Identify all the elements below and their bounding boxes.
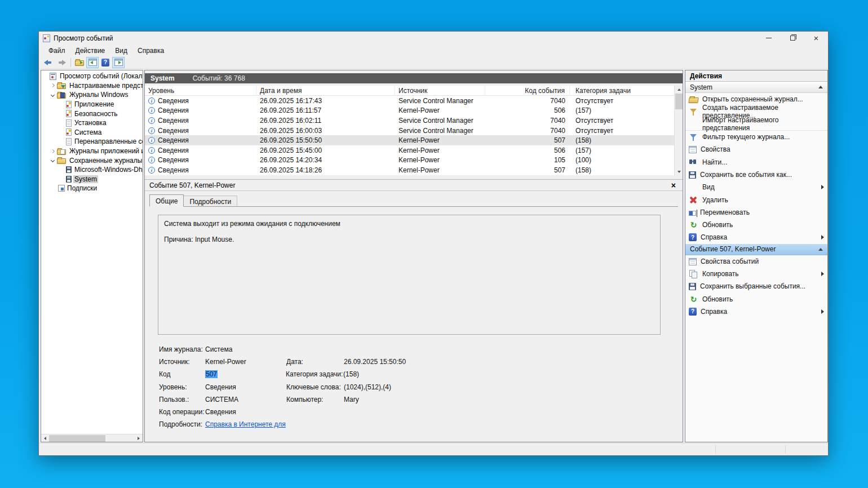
event-fields: Имя журнала: Система Источник: Kernel-Po… bbox=[149, 343, 672, 431]
scroll-right-icon[interactable] bbox=[135, 434, 143, 442]
tree-item[interactable]: Просмотр событий (Локальный) bbox=[41, 72, 143, 81]
event-source: Kernel-Power bbox=[395, 107, 485, 114]
toolbar-button[interactable] bbox=[86, 57, 99, 68]
expander-chevron-icon[interactable] bbox=[51, 83, 55, 87]
menu-item[interactable]: Вид bbox=[110, 46, 132, 56]
action-item-label: Фильтр текущего журнала... bbox=[702, 133, 790, 141]
tree-item[interactable]: Безопасность bbox=[41, 109, 143, 118]
toolbar-button[interactable] bbox=[42, 57, 55, 68]
close-button[interactable]: × bbox=[804, 32, 828, 45]
information-level-icon bbox=[148, 147, 155, 154]
minimize-button[interactable] bbox=[757, 32, 781, 45]
statusbar bbox=[39, 443, 828, 455]
toolbar-button[interactable] bbox=[99, 57, 112, 68]
event-row[interactable]: Сведения 26.09.2025 15:50:50 Kernel-Powe… bbox=[145, 135, 674, 145]
tree-item[interactable]: System bbox=[41, 175, 143, 184]
toolbar-button[interactable] bbox=[55, 57, 68, 68]
toolbar-button[interactable] bbox=[70, 58, 71, 67]
console-tree: Просмотр событий (Локальный) Настраиваем… bbox=[41, 72, 143, 433]
event-row[interactable]: Сведения 26.09.2025 15:45:00 Kernel-Powe… bbox=[145, 145, 674, 156]
tree-item-label: System bbox=[73, 175, 98, 183]
event-message-box[interactable]: Система выходит из режима ожидания с под… bbox=[158, 215, 661, 335]
action-item[interactable]: Вид bbox=[685, 181, 827, 193]
detail-close-icon[interactable]: × bbox=[669, 181, 678, 189]
action-item[interactable]: Фильтр текущего журнала... bbox=[685, 131, 827, 143]
event-row[interactable]: Сведения 26.09.2025 16:11:57 Kernel-Powe… bbox=[145, 106, 674, 116]
actions-section-header[interactable]: Событие 507, Kernel-Power bbox=[685, 244, 827, 255]
tree-item[interactable]: Система bbox=[41, 128, 143, 137]
action-item[interactable]: Сохранить все события как... bbox=[685, 168, 827, 181]
console-tree-panel: Просмотр событий (Локальный) Настраиваем… bbox=[41, 70, 143, 442]
tree-item[interactable]: Установка bbox=[41, 118, 143, 128]
column-header-source[interactable]: Источник bbox=[395, 86, 485, 95]
event-field-row: Код 507 Категория задачи: (158) bbox=[149, 368, 672, 380]
expander-chevron-icon[interactable] bbox=[51, 158, 55, 162]
event-row[interactable]: Сведения 26.09.2025 16:00:03 Service Con… bbox=[145, 126, 674, 136]
actions-section-header[interactable]: System bbox=[685, 82, 827, 93]
menu-item[interactable]: Файл bbox=[43, 46, 70, 56]
expander-chevron-icon[interactable] bbox=[51, 149, 55, 153]
scrollbar-thumb[interactable] bbox=[49, 435, 105, 442]
action-item[interactable]: Обновить bbox=[685, 292, 827, 305]
tree-item[interactable]: Подписки bbox=[41, 184, 143, 193]
event-level: Сведения bbox=[158, 147, 189, 154]
column-header-category[interactable]: Категория задачи bbox=[570, 86, 674, 95]
events-vertical-scrollbar[interactable] bbox=[674, 86, 683, 175]
field-value: СИСТЕМА bbox=[205, 396, 286, 403]
event-row[interactable]: Сведения 26.09.2025 16:02:11 Service Con… bbox=[145, 116, 674, 126]
column-header-datetime[interactable]: Дата и время bbox=[256, 86, 395, 95]
tree-item[interactable]: Журналы Windows bbox=[41, 90, 143, 100]
collapse-arrow-icon[interactable] bbox=[818, 248, 823, 251]
tree-item[interactable]: Журналы приложений и служб bbox=[41, 147, 143, 156]
event-category: (157) bbox=[570, 107, 674, 114]
tree-item[interactable]: Перенаправленные события bbox=[41, 137, 143, 147]
event-row[interactable]: Сведения 26.09.2025 14:20:34 Kernel-Powe… bbox=[145, 156, 674, 166]
action-item[interactable]: Копировать bbox=[685, 268, 827, 280]
action-item-icon bbox=[689, 146, 697, 153]
menu-item[interactable]: Действие bbox=[70, 46, 110, 56]
event-row[interactable]: Сведения 26.09.2025 16:17:43 Service Con… bbox=[145, 96, 674, 106]
action-item[interactable]: Справка bbox=[685, 305, 827, 318]
tree-item[interactable]: Приложение bbox=[41, 100, 143, 109]
scrollbar-thumb[interactable] bbox=[675, 94, 683, 109]
event-code: 506 bbox=[485, 147, 570, 154]
action-item[interactable]: Обновить bbox=[685, 219, 827, 231]
action-item[interactable]: Удалить bbox=[685, 193, 827, 206]
tree-item[interactable]: Сохраненные журналы bbox=[41, 156, 143, 165]
tree-item[interactable]: Microsoft-Windows-Dhcp bbox=[41, 165, 143, 175]
toolbar-button[interactable] bbox=[112, 57, 125, 68]
action-item[interactable]: Сохранить выбранные события... bbox=[685, 280, 827, 292]
event-field-row: Код операции: Сведения bbox=[149, 406, 672, 418]
tree-horizontal-scrollbar[interactable] bbox=[41, 434, 143, 442]
event-category: (158) bbox=[570, 136, 674, 144]
event-code: 507 bbox=[485, 136, 570, 144]
column-header-eventid[interactable]: Код события bbox=[485, 86, 570, 95]
tree-item[interactable]: Настраиваемые представления bbox=[41, 81, 143, 91]
action-item[interactable]: Свойства событий bbox=[685, 255, 827, 268]
collapse-arrow-icon[interactable] bbox=[818, 86, 823, 88]
action-item[interactable]: Импорт настраиваемого представления bbox=[685, 118, 827, 131]
action-item[interactable]: Переименовать bbox=[685, 206, 827, 219]
events-panel: System Событий: 36 768 Уровень Дата и вр… bbox=[144, 70, 683, 442]
field-label: Дата: bbox=[286, 358, 344, 366]
toolbar-icon bbox=[57, 59, 66, 66]
tab-details[interactable]: Подробности bbox=[184, 196, 237, 207]
scroll-up-icon[interactable] bbox=[675, 86, 683, 93]
event-detail-title: Событие 507, Kernel-Power bbox=[149, 181, 235, 189]
expander-chevron-icon[interactable] bbox=[51, 93, 55, 97]
column-header-level[interactable]: Уровень bbox=[145, 86, 256, 95]
action-item[interactable]: Справка bbox=[685, 231, 827, 243]
action-item[interactable]: Свойства bbox=[685, 143, 827, 156]
tab-general[interactable]: Общие bbox=[149, 194, 184, 207]
scroll-down-icon[interactable] bbox=[675, 168, 683, 175]
scroll-left-icon[interactable] bbox=[41, 434, 49, 442]
toolbar-button[interactable] bbox=[73, 57, 86, 68]
event-field-row: Пользов.: СИСТЕМА Компьютер: Mary bbox=[149, 393, 672, 406]
action-item[interactable]: Найти... bbox=[685, 156, 827, 168]
field-value: Система bbox=[205, 345, 286, 353]
action-item-label: Свойства событий bbox=[701, 258, 759, 265]
restore-button[interactable] bbox=[781, 32, 804, 45]
menu-item[interactable]: Справка bbox=[132, 46, 169, 56]
action-item-icon bbox=[689, 171, 696, 179]
event-row[interactable]: Сведения 26.09.2025 14:18:26 Kernel-Powe… bbox=[145, 165, 674, 175]
